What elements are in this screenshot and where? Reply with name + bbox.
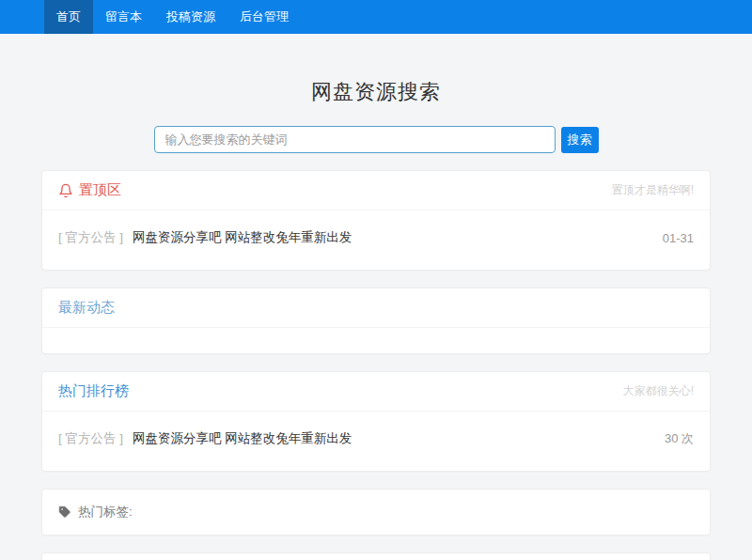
main-content: 网盘资源搜索 搜索 置顶区 置顶才是精华啊! [ 官方公告 ] 网盘资源分享吧 …	[41, 78, 711, 560]
tag-icon	[58, 506, 71, 519]
nav-item-guestbook[interactable]: 留言本	[93, 0, 154, 34]
hot-tags-card: 热门标签:	[41, 489, 711, 536]
bell-icon	[58, 183, 73, 198]
announcement-date: 01-31	[663, 231, 694, 245]
hot-rank-card: 热门排行榜 大家都很关心! [ 官方公告 ] 网盘资源分享吧 网站整改兔年重新出…	[41, 371, 711, 472]
search-input[interactable]	[154, 126, 556, 153]
hot-tags-label: 热门标签:	[78, 504, 133, 521]
announcement-category: [ 官方公告 ]	[58, 229, 123, 246]
navbar: 首页 留言本 投稿资源 后台管理	[0, 0, 752, 34]
pinned-card-header: 置顶区 置顶才是精华啊!	[42, 171, 710, 210]
latest-card-empty-body	[42, 328, 710, 353]
latest-card-header: 最新动态	[42, 288, 710, 328]
search-bar: 搜索	[41, 126, 711, 153]
hot-rank-card-subtitle: 大家都很关心!	[623, 383, 694, 399]
pinned-card-subtitle: 置顶才是精华啊!	[612, 182, 694, 198]
nav-item-home[interactable]: 首页	[44, 0, 93, 34]
friend-links-row: 友情链接:	[42, 553, 710, 560]
announcement-view-count: 30 次	[665, 430, 694, 447]
nav-item-submit-resource[interactable]: 投稿资源	[154, 0, 227, 34]
hot-rank-card-header: 热门排行榜 大家都很关心!	[42, 372, 710, 412]
hot-tags-row: 热门标签:	[42, 490, 710, 535]
latest-card: 最新动态	[41, 288, 711, 354]
friend-links-card: 友情链接:	[41, 552, 711, 560]
hot-announcement-row[interactable]: [ 官方公告 ] 网盘资源分享吧 网站整改兔年重新出发 30 次	[42, 412, 710, 471]
pinned-announcement-row[interactable]: [ 官方公告 ] 网盘资源分享吧 网站整改兔年重新出发 01-31	[42, 210, 710, 270]
latest-card-title: 最新动态	[58, 299, 115, 317]
pinned-card: 置顶区 置顶才是精华啊! [ 官方公告 ] 网盘资源分享吧 网站整改兔年重新出发…	[41, 170, 711, 271]
announcement-title[interactable]: 网盘资源分享吧 网站整改兔年重新出发	[133, 229, 663, 246]
pinned-card-title: 置顶区	[79, 181, 121, 199]
announcement-category: [ 官方公告 ]	[58, 430, 123, 447]
search-button[interactable]: 搜索	[561, 127, 599, 153]
nav-item-admin[interactable]: 后台管理	[227, 0, 301, 34]
announcement-title[interactable]: 网盘资源分享吧 网站整改兔年重新出发	[133, 430, 665, 447]
hot-rank-card-title: 热门排行榜	[58, 382, 129, 400]
page-title: 网盘资源搜索	[41, 78, 711, 106]
